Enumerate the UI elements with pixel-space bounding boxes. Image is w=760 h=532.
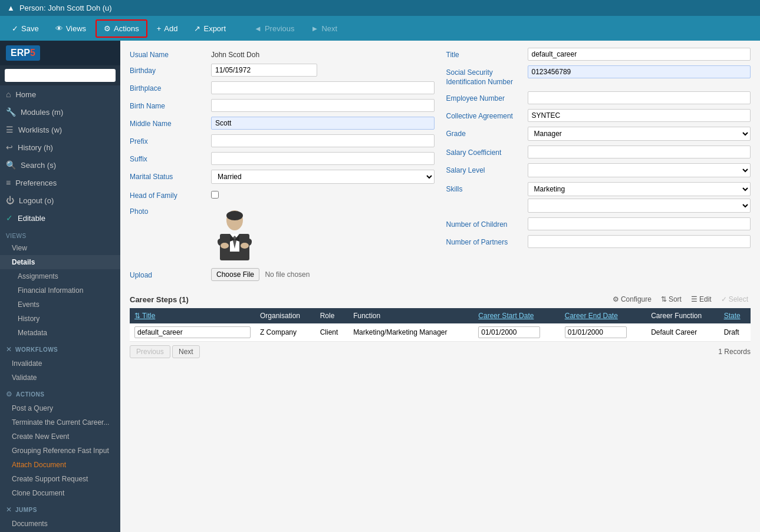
export-icon: ↗ (194, 24, 200, 33)
skills-label: Skills (446, 182, 523, 193)
salary-coefficient-label: Salary Coefficient (446, 146, 523, 157)
number-of-partners-label: Number of Partners (446, 235, 523, 246)
col-title-link[interactable]: ⇅ Title (134, 312, 155, 320)
sidebar-item-view[interactable]: View (0, 241, 120, 255)
sidebar-action-create-event[interactable]: Create New Event (0, 429, 120, 444)
export-button[interactable]: ↗ Export (187, 21, 233, 37)
skills-select-1[interactable]: Marketing Engineering Management (528, 182, 751, 196)
sidebar-item-home[interactable]: ⌂ Home (0, 85, 120, 103)
col-state-link[interactable]: State (724, 312, 741, 320)
birthplace-input[interactable] (211, 81, 435, 94)
sort-button[interactable]: ⇅ Sort (659, 294, 684, 305)
preferences-icon: ≡ (6, 178, 11, 187)
end-date-input[interactable] (565, 326, 627, 338)
sidebar-action-terminate[interactable]: Terminate the Current Career... (0, 415, 120, 429)
sidebar-search (0, 65, 120, 85)
sidebar-item-logout[interactable]: ⏻ Logout (o) (0, 191, 120, 209)
edit-button[interactable]: ☰ Edit (689, 294, 714, 305)
number-of-partners-input[interactable] (528, 235, 751, 248)
sidebar-action-attach[interactable]: Attach Document (0, 458, 120, 472)
sidebar-item-modules[interactable]: 🔧 Modules (m) (0, 103, 120, 121)
middle-name-input[interactable] (211, 117, 435, 130)
col-function: Function (348, 308, 473, 323)
col-role: Role (315, 308, 348, 323)
sidebar-item-events[interactable]: Events (0, 298, 120, 312)
table-row: Z Company Client Marketing/Marketing Man… (130, 323, 751, 342)
col-organisation: Organisation (255, 308, 315, 323)
sidebar-item-search[interactable]: 🔍 Search (s) (0, 156, 120, 174)
career-header: Career Steps (1) ⚙ Configure ⇅ Sort ☰ Ed… (130, 294, 751, 305)
col-start-date-link[interactable]: Career Start Date (478, 312, 534, 320)
sidebar-action-post-query[interactable]: Post a Query (0, 401, 120, 415)
start-date-input[interactable] (478, 326, 540, 338)
views-button[interactable]: 👁 Views (48, 21, 93, 37)
sidebar-item-preferences[interactable]: ≡ Preferences (0, 174, 120, 191)
configure-button[interactable]: ⚙ Configure (610, 294, 654, 305)
sidebar-item-editable[interactable]: ✓ Editable (0, 209, 120, 227)
main-form: Usual Name John Scott Doh Birthday Birth… (130, 48, 751, 286)
birth-name-label: Birth Name (130, 99, 206, 110)
birthday-label: Birthday (130, 64, 206, 75)
previous-button[interactable]: ◄ Previous (247, 21, 301, 37)
no-file-label: No file chosen (265, 270, 310, 279)
skills-select-2[interactable] (528, 199, 751, 213)
prefix-label: Prefix (130, 134, 206, 146)
marital-status-label: Marital Status (130, 170, 206, 181)
employee-number-input[interactable] (528, 91, 751, 104)
toolbar: ✓ Save 👁 Views ⚙ Actions + Add ↗ Export … (0, 16, 760, 41)
marital-status-row: Marital Status Married Single Divorced W… (130, 170, 435, 184)
birthday-row: Birthday (130, 64, 435, 77)
head-of-family-row: Head of Family (130, 189, 435, 200)
ssn-input[interactable] (528, 65, 751, 78)
svg-point-9 (221, 243, 229, 249)
sidebar-item-history-sub[interactable]: History (0, 312, 120, 326)
prefix-input[interactable] (211, 134, 435, 147)
title-cell-input[interactable] (134, 326, 251, 338)
pagination-row: Previous Next 1 Records (130, 345, 751, 358)
number-of-children-input[interactable] (528, 217, 751, 230)
sidebar-item-invalidate[interactable]: Invalidate (0, 356, 120, 371)
next-button[interactable]: ► Next (304, 21, 345, 37)
grade-select[interactable]: Manager Engineer Director Staff (528, 127, 751, 141)
sidebar-item-validate[interactable]: Validate (0, 371, 120, 385)
birth-name-row: Birth Name (130, 99, 435, 112)
birthday-input[interactable] (211, 64, 317, 77)
sidebar-action-grouping[interactable]: Grouping Reference Fast Input (0, 444, 120, 458)
sidebar-item-history[interactable]: ↩ History (h) (0, 138, 120, 156)
sidebar-item-assignments[interactable]: Assignments (0, 269, 120, 283)
sidebar-jump-documents[interactable]: Documents (0, 517, 120, 531)
skills-row: Skills Marketing Engineering Management (446, 182, 751, 213)
sidebar-action-support[interactable]: Create Support Request (0, 472, 120, 486)
top-bar-title: Person: John Scott Doh (u) (19, 4, 112, 12)
logout-icon: ⏻ (6, 196, 14, 205)
add-button[interactable]: + Add (150, 21, 185, 37)
cell-organisation: Z Company (255, 323, 315, 342)
sidebar-item-worklists[interactable]: ☰ Worklists (w) (0, 121, 120, 138)
choose-file-button[interactable]: Choose File (211, 268, 259, 281)
marital-status-select[interactable]: Married Single Divorced Widowed (211, 170, 435, 184)
collective-agreement-label: Collective Agreement (446, 109, 523, 120)
career-table-body: Z Company Client Marketing/Marketing Man… (130, 323, 751, 342)
col-end-date-link[interactable]: Career End Date (565, 312, 618, 320)
salary-coefficient-input[interactable] (528, 146, 751, 158)
salary-level-select[interactable] (528, 163, 751, 177)
title-input[interactable] (528, 48, 751, 61)
search-input[interactable] (5, 69, 116, 82)
save-button[interactable]: ✓ Save (5, 21, 46, 37)
photo-container (211, 204, 258, 263)
sidebar-item-details[interactable]: Details (0, 255, 120, 269)
sidebar-action-clone[interactable]: Clone Document (0, 486, 120, 500)
collective-agreement-input[interactable] (528, 109, 751, 122)
sidebar-item-financial[interactable]: Financial Information (0, 283, 120, 298)
career-previous-button[interactable]: Previous (130, 345, 170, 358)
birth-name-input[interactable] (211, 99, 435, 112)
suffix-input[interactable] (211, 152, 435, 165)
select-button[interactable]: ✓ Select (719, 294, 751, 305)
sidebar-item-metadata[interactable]: Metadata (0, 326, 120, 340)
middle-name-row: Middle Name (130, 117, 435, 130)
career-next-button[interactable]: Next (172, 345, 200, 358)
salary-level-label: Salary Level (446, 163, 523, 174)
actions-button[interactable]: ⚙ Actions (96, 19, 147, 38)
head-of-family-checkbox[interactable] (211, 191, 219, 199)
birthplace-row: Birthplace (130, 81, 435, 94)
